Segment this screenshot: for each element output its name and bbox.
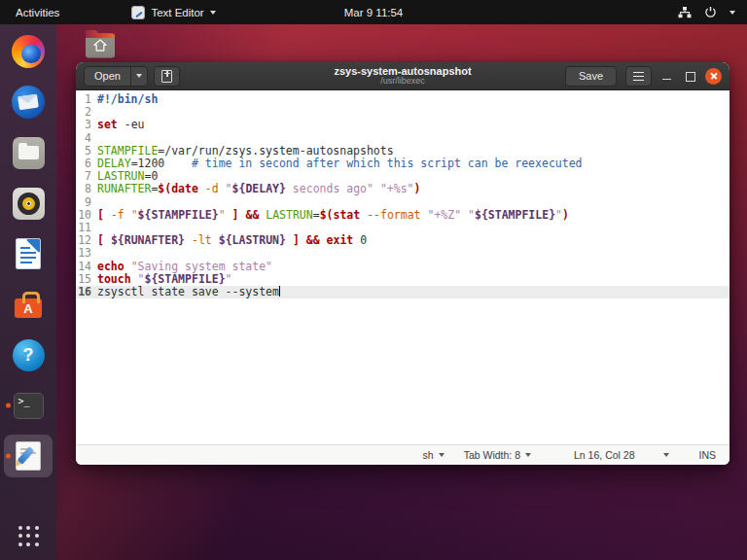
text-editor-canvas[interactable]: 1#!/bin/sh23set -eu45STAMPFILE=/var/run/… (76, 90, 729, 444)
window-title-area: zsys-system-autosnapshot /usr/libexec (334, 65, 471, 87)
running-indicator (6, 454, 11, 459)
dock-item-libreoffice-writer[interactable] (4, 232, 53, 275)
code-line: 1#!/bin/sh (76, 93, 729, 106)
code-line: 10[ -f "${STAMPFILE}" ] && LASTRUN=$(sta… (76, 209, 729, 222)
dock-item-show-applications[interactable] (4, 521, 53, 554)
libreoffice-writer-icon (16, 238, 41, 269)
thunderbird-icon (12, 86, 45, 119)
cursor-position: Ln 16, Col 28 (574, 449, 634, 461)
app-menu-label: Text Editor (151, 7, 203, 18)
chevron-down-icon (663, 453, 669, 457)
line-number: 14 (76, 261, 97, 273)
ubuntu-software-icon: A (15, 298, 42, 318)
code-line: 12[ ${RUNAFTER} -lt ${LASTRUN} ] && exit… (76, 234, 729, 247)
dock-item-files[interactable] (4, 131, 53, 174)
text-cursor (279, 286, 280, 297)
open-split-button: Open (84, 66, 148, 87)
input-mode-label: INS (698, 449, 716, 461)
gedit-window: Open zsys-system-autosnapshot /usr/libex… (76, 62, 729, 465)
app-menu-button[interactable]: Text Editor (124, 0, 223, 24)
app-grid-icon (18, 526, 39, 546)
clock-button[interactable]: Mar 9 11:54 (335, 0, 413, 24)
rhythmbox-icon (13, 188, 45, 220)
maximize-button[interactable] (683, 69, 696, 83)
code-line: 8RUNAFTER=$(date -d "${DELAY} seconds ag… (76, 183, 729, 195)
chevron-down-icon (210, 11, 216, 15)
dock-item-help[interactable]: ? (4, 333, 53, 376)
terminal-icon: >_ (14, 393, 44, 419)
files-icon (13, 137, 45, 169)
line-number: 9 (76, 196, 97, 209)
network-icon (678, 7, 692, 18)
dock-item-rhythmbox[interactable] (4, 182, 53, 225)
line-number: 13 (76, 247, 97, 260)
cursor-position-label: Ln 16, Col 28 (574, 449, 634, 461)
chevron-down-icon (729, 11, 735, 15)
text-editor-icon (16, 441, 41, 471)
code-line: 3set -eu (76, 119, 729, 131)
dock-item-thunderbird[interactable] (4, 81, 53, 123)
dock-item-firefox[interactable] (4, 30, 53, 73)
help-icon: ? (13, 339, 45, 371)
chevron-down-icon (439, 453, 445, 457)
top-bar: Activities Text Editor Mar 9 11:54 (0, 0, 747, 24)
line-number: 16 (76, 286, 97, 298)
goto-line-dropdown[interactable] (663, 453, 669, 457)
save-button[interactable]: Save (565, 66, 617, 87)
language-selector[interactable]: sh (423, 449, 445, 461)
hamburger-icon (633, 72, 644, 81)
new-document-icon (161, 70, 172, 83)
open-button[interactable]: Open (85, 70, 130, 82)
code-line: 6DELAY=1200 # time in second after which… (76, 158, 729, 170)
minimize-button[interactable] (660, 69, 674, 83)
code-line: 16zsysctl state save --system (76, 286, 729, 298)
text-editor-icon (131, 6, 145, 19)
input-mode-indicator[interactable]: INS (698, 449, 716, 461)
dock: A ? >_ (0, 24, 56, 560)
line-number: 8 (76, 183, 97, 195)
chevron-down-icon (136, 74, 142, 78)
running-indicator (6, 403, 11, 408)
line-number: 3 (76, 119, 97, 131)
desktop: Activities Text Editor Mar 9 11:54 (0, 0, 747, 560)
dock-item-ubuntu-software[interactable]: A (4, 283, 53, 326)
power-icon (704, 6, 717, 18)
dock-item-terminal[interactable]: >_ (4, 384, 53, 427)
open-dropdown-button[interactable] (130, 67, 147, 86)
language-label: sh (423, 449, 434, 461)
dock-item-text-editor[interactable] (4, 435, 53, 477)
code-line: 2 (76, 106, 729, 119)
home-folder-icon[interactable] (82, 27, 119, 59)
system-menu-button[interactable] (666, 0, 747, 24)
window-subtitle: /usr/libexec (334, 77, 471, 87)
status-bar: sh Tab Width: 8 Ln 16, Col 28 INS (76, 444, 729, 465)
firefox-icon (12, 35, 45, 68)
line-number: 4 (76, 132, 97, 145)
menu-button[interactable] (625, 66, 652, 87)
tab-width-label: Tab Width: 8 (464, 449, 520, 461)
header-bar: Open zsys-system-autosnapshot /usr/libex… (76, 62, 729, 90)
close-button[interactable] (705, 68, 722, 85)
new-document-button[interactable] (154, 66, 180, 87)
chevron-down-icon (525, 453, 531, 457)
tab-width-selector[interactable]: Tab Width: 8 (464, 449, 531, 461)
activities-button[interactable]: Activities (0, 0, 75, 24)
